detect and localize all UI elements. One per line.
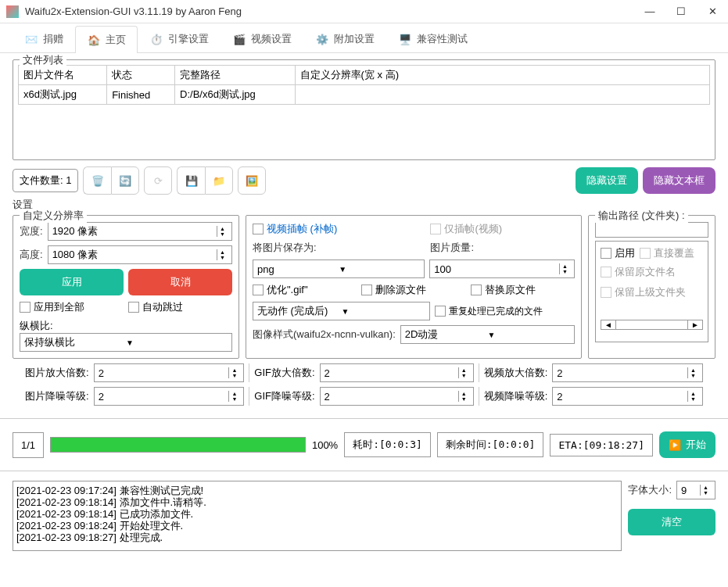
gif-scale-label: GIF放大倍数: [254,366,314,380]
file-table: 图片文件名 状态 完整路径 自定义分辨率(宽 x 高) x6d测试.jpg Fi… [18,65,710,105]
output-path-input[interactable] [595,222,708,238]
delete-button[interactable]: 🗑️ [83,166,111,195]
aspect-select[interactable]: 保持纵横比▼ [20,333,232,352]
cancel-button[interactable]: 取消 [128,269,232,295]
gear-icon: ⚙️ [315,32,329,46]
file-count-label: 文件数量: 1 [13,169,78,192]
after-done-select[interactable]: 无动作 (完成后)▼ [253,302,430,320]
refresh-cards-icon: 🔄 [119,175,131,187]
add-image-button[interactable]: 🖼️ [238,166,266,195]
reload-button[interactable]: ⟳ [144,166,172,195]
maximize-button[interactable]: ☐ [672,2,690,21]
tab-compat[interactable]: 🖥️兼容性测试 [386,25,479,52]
aspect-label: 纵横比: [20,320,53,331]
save-as-select[interactable]: png▼ [253,259,425,278]
open-folder-button[interactable]: 📁 [205,166,233,195]
output-options-box: 启用 直接覆盖 保留原文件名 保留上级文件夹 ◄► [595,241,708,342]
progress-bar [50,437,306,453]
folder-icon: 📁 [213,175,225,187]
clear-log-button[interactable]: 清空 [628,509,715,535]
col-name[interactable]: 图片文件名 [19,66,107,85]
log-row: [2021-02-23 09:17:24] 兼容性测试已完成![2021-02-… [0,478,728,554]
spin-down-icon[interactable]: ▼ [217,255,228,260]
minimize-button[interactable]: — [640,2,659,21]
titlebar: Waifu2x-Extension-GUI v3.11.19 by Aaron … [0,0,728,23]
tab-donate[interactable]: ✉️捐赠 [13,25,75,52]
optimize-gif-label: 优化".gif" [267,283,308,297]
table-row[interactable]: x6d测试.jpg Finished D:/B/x6d测试.jpg [19,85,710,105]
apply-all-label: 应用到全部 [34,300,84,314]
tab-bar: ✉️捐赠 🏠主页 ⏱️引擎设置 🎬视频设置 ⚙️附加设置 🖥️兼容性测试 [0,23,728,53]
font-size-label: 字体大小: [628,483,672,497]
delete-src-label: 删除源文件 [375,283,426,297]
replace-src-label: 替换原文件 [485,283,536,297]
col-path[interactable]: 完整路径 [175,66,296,85]
gauge-icon: ⏱️ [149,32,163,46]
overwrite-checkbox[interactable] [640,248,651,259]
hide-textbox-button[interactable]: 隐藏文本框 [643,167,715,194]
gif-denoise-input[interactable]: 2▲▼ [320,387,474,406]
tab-home[interactable]: 🏠主页 [75,26,138,53]
chevron-down-icon: ▼ [341,307,425,316]
replace-src-checkbox[interactable] [471,285,482,295]
keep-name-checkbox[interactable] [601,267,611,277]
log-textbox[interactable]: [2021-02-23 09:17:24] 兼容性测试已完成![2021-02-… [13,481,622,551]
tab-additional[interactable]: ⚙️附加设置 [303,25,386,52]
remaining-time: 剩余时间:[0:0:0] [437,432,544,457]
tab-video[interactable]: 🎬视频设置 [221,25,303,52]
video-interp-checkbox[interactable] [253,224,264,234]
scroll-right-icon[interactable]: ► [687,320,703,330]
spin-up-icon[interactable]: ▲ [217,249,228,255]
height-input[interactable]: 1080 像素▲▼ [48,245,232,264]
output-panel: 输出路径 (文件夹) : 启用 直接覆盖 保留原文件名 保留上级文件夹 ◄► [588,215,715,359]
tab-engine[interactable]: ⏱️引擎设置 [138,25,221,52]
vid-denoise-input[interactable]: 2▲▼ [552,387,703,406]
chevron-down-icon: ▼ [126,338,228,347]
apply-button[interactable]: 应用 [20,269,124,295]
col-res[interactable]: 自定义分辨率(宽 x 高) [295,66,709,85]
quality-input[interactable]: 100▲▼ [429,259,575,278]
reprocess-checkbox[interactable] [435,306,446,317]
play-icon: ▶️ [669,439,681,451]
auto-skip-checkbox[interactable] [128,302,139,313]
img-denoise-label: 图片降噪等级: [25,389,89,403]
gif-scale-input[interactable]: 2▲▼ [320,363,474,382]
resolution-title: 自定义分辨率 [20,209,87,223]
width-label: 宽度: [20,224,43,238]
vid-denoise-label: 视频降噪等级: [484,389,548,403]
style-label: 图像样式(waifu2x-ncnn-vulkan): [253,328,396,342]
spin-down-icon[interactable]: ▼ [217,231,228,237]
vid-scale-label: 视频放大倍数: [484,366,548,380]
width-input[interactable]: 1920 像素▲▼ [48,222,232,241]
img-scale-label: 图片放大倍数: [25,366,89,380]
close-button[interactable]: ✕ [703,2,722,21]
clear-list-button[interactable]: 🔄 [111,166,139,195]
vid-scale-input[interactable]: 2▲▼ [552,363,703,382]
file-table-container[interactable]: 图片文件名 状态 完整路径 自定义分辨率(宽 x 高) x6d测试.jpg Fi… [18,65,710,155]
spin-up-icon[interactable]: ▲ [560,263,570,269]
optimize-gif-checkbox[interactable] [253,285,264,295]
enable-output-checkbox[interactable] [601,248,611,259]
app-icon [6,5,19,18]
envelope-icon: ✉️ [24,32,38,46]
style-select[interactable]: 2D动漫▼ [400,325,575,344]
resolution-panel: 自定义分辨率 宽度: 1920 像素▲▼ 高度: 1080 像素▲▼ 应用 取消… [13,215,239,359]
keep-name-label: 保留原文件名 [615,265,676,279]
col-status[interactable]: 状态 [107,66,175,85]
save-list-button[interactable]: 💾 [177,166,205,195]
img-denoise-input[interactable]: 2▲▼ [94,387,245,406]
progress-row: 1/1 100% 耗时:[0:0:3] 剩余时间:[0:0:0] ETA:[09… [0,425,728,464]
start-button[interactable]: ▶️开始 [659,431,715,458]
only-interp-checkbox[interactable] [430,224,441,234]
delete-src-checkbox[interactable] [361,285,372,295]
img-scale-input[interactable]: 2▲▼ [94,363,245,382]
only-interp-label: 仅插帧(视频) [444,222,502,236]
home-icon: 🏠 [87,33,101,47]
font-size-input[interactable]: 9▲▼ [676,481,715,499]
hide-settings-button[interactable]: 隐藏设置 [576,167,638,194]
spin-up-icon[interactable]: ▲ [217,226,228,231]
scroll-left-icon[interactable]: ◄ [601,320,616,330]
keep-path-checkbox[interactable] [601,287,611,298]
spin-down-icon[interactable]: ▼ [560,269,570,274]
apply-all-checkbox[interactable] [20,302,30,313]
